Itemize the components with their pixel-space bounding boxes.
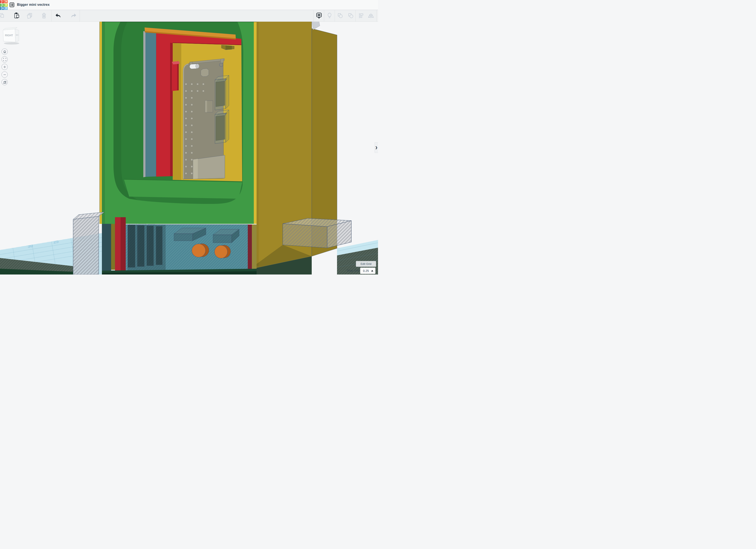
frame-red-left[interactable] <box>156 32 170 177</box>
cutout-sill <box>124 179 242 199</box>
screen-layer-gray[interactable] <box>143 31 145 177</box>
logo-tile: N <box>5 0 8 3</box>
mounting-hole <box>219 63 223 67</box>
transparency-button[interactable] <box>326 10 333 21</box>
app-header: TINKERCAD Bigger mini vectrex <box>0 0 378 10</box>
logo-tile: K <box>0 4 1 7</box>
view-cube[interactable]: RIGHT BACK <box>2 27 22 45</box>
align-button[interactable] <box>357 10 365 21</box>
logo-tile: D <box>5 7 8 10</box>
logo-tile: T <box>0 0 1 3</box>
logo-tile: C <box>0 7 1 10</box>
duplicate-button[interactable] <box>26 10 33 21</box>
viewcube-side-label[interactable]: BACK <box>16 34 18 36</box>
ungroup-button[interactable] <box>347 10 354 21</box>
tinkercad-logo[interactable]: TINKERCAD <box>0 0 8 10</box>
toolbar <box>0 10 378 22</box>
edit-grid-button[interactable]: Edit Grid <box>356 261 376 267</box>
delete-button[interactable] <box>40 10 48 21</box>
usb-port-1[interactable] <box>215 75 229 110</box>
fit-view-button[interactable] <box>2 56 8 62</box>
circuit-board[interactable] <box>183 59 229 179</box>
component-octagon <box>201 68 209 77</box>
panel-toggle-tab[interactable]: ❯ <box>375 142 378 153</box>
viewcube-front-label[interactable]: RIGHT <box>5 34 13 37</box>
logo-tile: E <box>2 4 5 7</box>
undo-button[interactable] <box>54 10 62 21</box>
logo-tile: A <box>2 7 5 10</box>
caret-up-icon <box>371 270 373 271</box>
snap-grid-label: Snap Grid <box>338 269 359 272</box>
logo-tile: I <box>2 0 5 3</box>
sd-slot <box>193 155 225 179</box>
logo-tile: R <box>5 4 8 7</box>
tinkercad-app: 30 25 20 <box>0 0 378 274</box>
redo-button[interactable] <box>70 10 77 21</box>
mirror-button[interactable] <box>367 10 375 21</box>
home-view-button[interactable] <box>2 48 8 55</box>
orthographic-view-button[interactable] <box>2 79 8 85</box>
snap-grid-value: 0.25 <box>360 269 371 272</box>
base-assembly[interactable] <box>102 217 257 274</box>
copy-button[interactable] <box>0 10 6 21</box>
hole-box-right[interactable] <box>283 218 351 248</box>
zoom-in-button[interactable] <box>2 64 8 70</box>
group-button[interactable] <box>337 10 344 21</box>
snap-grid-dropdown[interactable]: 0.25 <box>360 267 375 274</box>
chevron-right-icon: ❯ <box>375 146 378 149</box>
screen-layer-teal[interactable] <box>145 31 156 177</box>
usb-port-2[interactable] <box>215 110 229 143</box>
show-all-button[interactable] <box>315 10 323 21</box>
design-canvas[interactable]: 30 25 20 <box>0 0 378 274</box>
zoom-out-button[interactable] <box>2 71 8 78</box>
design-title[interactable]: Bigger mini vectrex <box>17 3 50 7</box>
design-menu-icon[interactable] <box>9 2 14 7</box>
paste-button[interactable] <box>13 10 20 21</box>
base-red-strip[interactable] <box>115 217 121 271</box>
